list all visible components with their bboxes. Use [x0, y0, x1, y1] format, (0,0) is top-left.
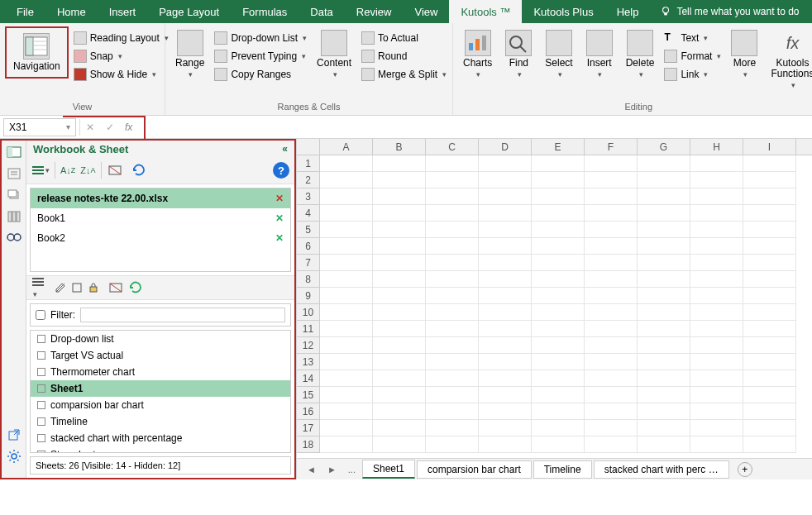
- cell[interactable]: [638, 238, 690, 255]
- close-workbook-icon[interactable]: ✕: [275, 232, 284, 244]
- cell[interactable]: [585, 387, 638, 403]
- cell[interactable]: [426, 436, 479, 453]
- row-header[interactable]: 11: [297, 321, 320, 337]
- cell[interactable]: [532, 337, 585, 354]
- cell[interactable]: [479, 370, 532, 387]
- cell[interactable]: [638, 420, 690, 436]
- col-header[interactable]: C: [426, 139, 479, 155]
- tab-page-layout[interactable]: Page Layout: [147, 0, 231, 23]
- tab-scroll-right-icon[interactable]: ►: [322, 465, 342, 474]
- protect-sheet-icon[interactable]: [88, 282, 99, 293]
- sheet-tab[interactable]: comparsion bar chart: [417, 460, 532, 479]
- collapse-pane-icon[interactable]: «: [282, 143, 288, 155]
- tab-review[interactable]: Review: [345, 0, 404, 23]
- cell[interactable]: [373, 354, 426, 370]
- sheet-item[interactable]: Target VS actual: [31, 347, 290, 364]
- cell[interactable]: [743, 387, 796, 403]
- cell[interactable]: [638, 321, 690, 337]
- cell[interactable]: [638, 436, 690, 453]
- snap-button[interactable]: Snap▾: [72, 48, 170, 64]
- cell[interactable]: [373, 436, 426, 453]
- cell[interactable]: [479, 436, 532, 453]
- sheet-tab[interactable]: Sheet1: [362, 460, 415, 479]
- cell[interactable]: [585, 188, 638, 205]
- help-icon[interactable]: ?: [273, 162, 289, 179]
- cell[interactable]: [638, 255, 690, 271]
- sheet-list-view-icon[interactable]: ▾: [31, 276, 45, 299]
- col-header[interactable]: D: [479, 139, 532, 155]
- cell[interactable]: [532, 370, 585, 387]
- close-workbook-icon[interactable]: ✕: [275, 193, 284, 204]
- cell[interactable]: [585, 172, 638, 188]
- cell[interactable]: [638, 222, 690, 238]
- fx-button[interactable]: fx: [120, 122, 137, 133]
- cell[interactable]: [426, 222, 479, 238]
- cell[interactable]: [479, 271, 532, 288]
- cell[interactable]: [479, 188, 532, 205]
- sheet-item[interactable]: Step chart: [31, 446, 290, 453]
- cell[interactable]: [373, 255, 426, 271]
- cell[interactable]: [690, 188, 743, 205]
- cell[interactable]: [585, 354, 638, 370]
- delete-button[interactable]: Delete▾: [621, 26, 660, 82]
- cell[interactable]: [320, 255, 373, 271]
- row-header[interactable]: 9: [297, 288, 320, 304]
- cancel-formula-button[interactable]: ✕: [80, 122, 100, 133]
- cell[interactable]: [373, 188, 426, 205]
- cell[interactable]: [373, 238, 426, 255]
- cell[interactable]: [585, 155, 638, 172]
- find-button[interactable]: Find▾: [500, 26, 537, 82]
- cell[interactable]: [532, 222, 585, 238]
- sheet-item[interactable]: Timeline: [31, 413, 290, 430]
- col-header[interactable]: G: [638, 139, 690, 155]
- cell[interactable]: [373, 205, 426, 222]
- enter-formula-button[interactable]: ✓: [100, 122, 120, 133]
- cell[interactable]: [479, 337, 532, 354]
- copy-ranges-button[interactable]: Copy Ranges: [213, 66, 308, 83]
- cell[interactable]: [532, 288, 585, 304]
- settings-icon[interactable]: [7, 450, 21, 463]
- cell[interactable]: [373, 172, 426, 188]
- row-header[interactable]: 13: [297, 354, 320, 370]
- cell[interactable]: [743, 304, 796, 321]
- cell[interactable]: [743, 172, 796, 188]
- cell[interactable]: [690, 205, 743, 222]
- cell[interactable]: [320, 222, 373, 238]
- cell[interactable]: [690, 387, 743, 403]
- cell[interactable]: [320, 172, 373, 188]
- sheet-checkbox[interactable]: [37, 417, 45, 426]
- cell[interactable]: [320, 238, 373, 255]
- cell[interactable]: [638, 387, 690, 403]
- cell[interactable]: [373, 420, 426, 436]
- col-header[interactable]: B: [373, 139, 426, 155]
- row-header[interactable]: 17: [297, 420, 320, 436]
- row-header[interactable]: 5: [297, 222, 320, 238]
- cell[interactable]: [743, 155, 796, 172]
- cell[interactable]: [638, 288, 690, 304]
- cell[interactable]: [690, 255, 743, 271]
- cell[interactable]: [532, 304, 585, 321]
- tell-me[interactable]: Tell me what you want to do: [650, 0, 809, 23]
- cell[interactable]: [532, 255, 585, 271]
- cell[interactable]: [426, 205, 479, 222]
- cell[interactable]: [532, 271, 585, 288]
- cell[interactable]: [532, 420, 585, 436]
- reading-layout-button[interactable]: Reading Layout▾: [72, 30, 170, 46]
- cell[interactable]: [585, 370, 638, 387]
- cell[interactable]: [585, 271, 638, 288]
- content-button[interactable]: Content▾: [312, 26, 356, 82]
- cell[interactable]: [320, 188, 373, 205]
- cell[interactable]: [638, 370, 690, 387]
- cell[interactable]: [479, 304, 532, 321]
- tab-kutools[interactable]: Kutools ™: [449, 0, 522, 23]
- tab-file[interactable]: File: [5, 0, 45, 23]
- row-header[interactable]: 18: [297, 436, 320, 453]
- to-actual-button[interactable]: To Actual: [360, 30, 448, 46]
- kutools-functions-button[interactable]: fxKutools Functions▾: [766, 26, 812, 93]
- cell[interactable]: [743, 188, 796, 205]
- workbook-item[interactable]: Book1✕: [31, 208, 290, 228]
- cell[interactable]: [373, 222, 426, 238]
- show-hide-button[interactable]: Show & Hide▾: [72, 66, 170, 83]
- cell[interactable]: [743, 255, 796, 271]
- row-header[interactable]: 6: [297, 238, 320, 255]
